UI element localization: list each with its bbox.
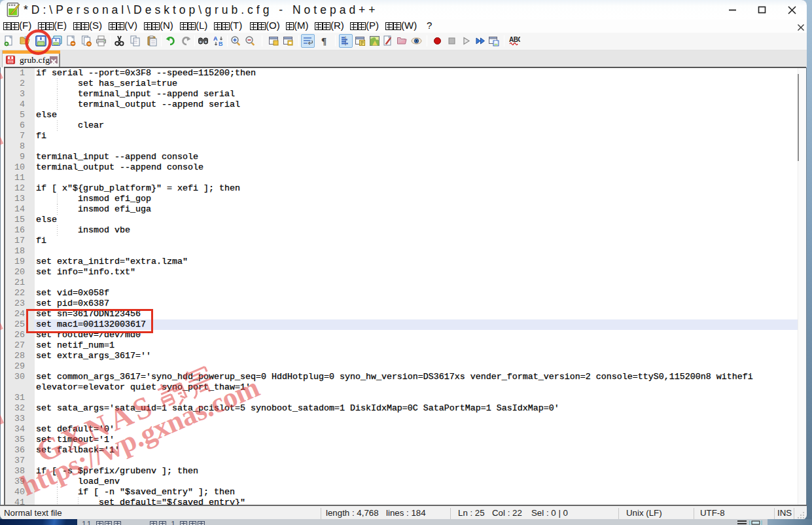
svg-text:A: A [213, 35, 218, 42]
svg-text:B: B [219, 41, 223, 46]
svg-text:¶: ¶ [321, 36, 327, 46]
svg-text:ABC: ABC [509, 36, 520, 43]
